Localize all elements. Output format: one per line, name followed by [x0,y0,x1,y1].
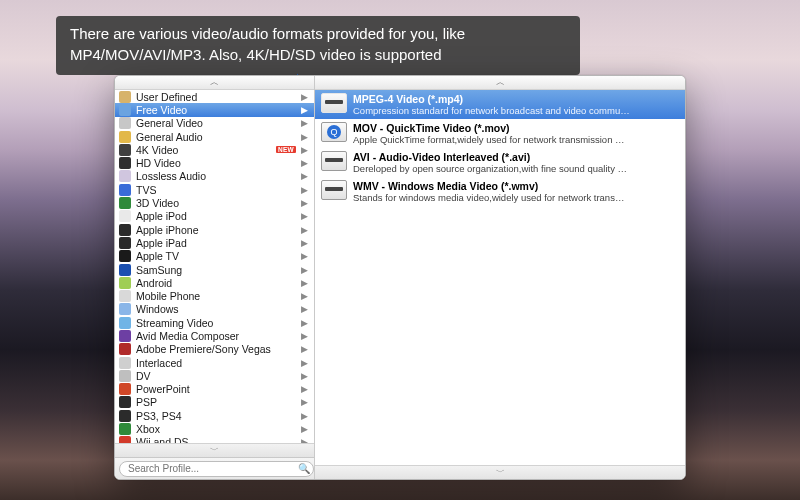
chevron-right-icon: ▶ [301,185,308,195]
category-label: Avid Media Composer [136,330,296,342]
category-item[interactable]: DV▶ [115,369,314,382]
category-item[interactable]: Wii and DS▶ [115,436,314,443]
format-title: MPEG-4 Video (*.mp4) [353,93,677,105]
chevron-right-icon: ▶ [301,318,308,328]
chevron-right-icon: ▶ [301,265,308,275]
category-label: Apple TV [136,250,296,262]
category-label: User Defined [136,91,296,103]
format-item[interactable]: MPEG-4 Video (*.mp4)Compression standard… [315,90,685,119]
format-item[interactable]: AVI - Audio-Video Interleaved (*.avi)Der… [315,148,685,177]
chevron-right-icon: ▶ [301,211,308,221]
chevron-right-icon: ▶ [301,424,308,434]
category-label: HD Video [136,157,296,169]
category-scroll-up-button[interactable]: ︿ [115,76,314,90]
category-item[interactable]: PSP▶ [115,396,314,409]
category-label: Apple iPod [136,210,296,222]
format-list[interactable]: MPEG-4 Video (*.mp4)Compression standard… [315,90,685,465]
category-list[interactable]: User Defined▶Free Video▶General Video▶Ge… [115,90,314,443]
format-desc: Compression standard for network broadca… [353,105,677,116]
category-item[interactable]: Xbox▶ [115,422,314,435]
format-thumb-icon [321,151,347,171]
category-item[interactable]: Adobe Premiere/Sony Vegas▶ [115,343,314,356]
category-icon [119,184,131,196]
chevron-right-icon: ▶ [301,344,308,354]
category-label: Apple iPad [136,237,296,249]
category-label: Streaming Video [136,317,296,329]
chevron-right-icon: ▶ [301,198,308,208]
category-item[interactable]: Free Video▶ [115,103,314,116]
format-thumb-icon [321,180,347,200]
category-item[interactable]: SamSung▶ [115,263,314,276]
format-thumb-icon [321,93,347,113]
category-icon [119,317,131,329]
category-icon [119,410,131,422]
category-icon [119,170,131,182]
category-item[interactable]: Apple iPad▶ [115,236,314,249]
category-item[interactable]: Android▶ [115,276,314,289]
format-item[interactable]: QMOV - QuickTime Video (*.mov)Apple Quic… [315,119,685,148]
category-item[interactable]: Apple iPod▶ [115,210,314,223]
chevron-right-icon: ▶ [301,251,308,261]
category-item[interactable]: PowerPoint▶ [115,383,314,396]
format-desc: Dereloped by open source organization,wi… [353,163,677,174]
category-item[interactable]: General Video▶ [115,117,314,130]
format-desc: Stands for windows media video,widely us… [353,192,677,203]
category-item[interactable]: PS3, PS4▶ [115,409,314,422]
category-icon [119,250,131,262]
format-texts: WMV - Windows Media Video (*.wmv)Stands … [353,180,677,203]
category-item[interactable]: User Defined▶ [115,90,314,103]
category-label: PowerPoint [136,383,296,395]
chevron-right-icon: ▶ [301,411,308,421]
category-label: Apple iPhone [136,224,296,236]
category-label: 3D Video [136,197,296,209]
category-icon [119,290,131,302]
category-item[interactable]: General Audio▶ [115,130,314,143]
format-texts: MOV - QuickTime Video (*.mov)Apple Quick… [353,122,677,145]
callout-line1: There are various video/audio formats pr… [70,25,465,42]
category-icon [119,224,131,236]
category-item[interactable]: Apple TV▶ [115,250,314,263]
category-icon [119,144,131,156]
category-item[interactable]: Windows▶ [115,303,314,316]
chevron-down-icon: ﹀ [210,444,219,457]
format-scroll-down-button[interactable]: ﹀ [315,465,685,479]
category-icon [119,210,131,222]
format-scroll-up-button[interactable]: ︿ [315,76,685,90]
search-bar: 🔍 [115,457,314,479]
category-item[interactable]: Streaming Video▶ [115,316,314,329]
chevron-right-icon: ▶ [301,358,308,368]
category-label: DV [136,370,296,382]
category-label: SamSung [136,264,296,276]
category-item[interactable]: 3D Video▶ [115,196,314,209]
chevron-right-icon: ▶ [301,118,308,128]
category-item[interactable]: Interlaced▶ [115,356,314,369]
category-label: Mobile Phone [136,290,296,302]
category-scroll-down-button[interactable]: ﹀ [115,443,314,457]
chevron-up-icon: ︿ [210,76,219,89]
chevron-right-icon: ▶ [301,371,308,381]
category-item[interactable]: Avid Media Composer▶ [115,329,314,342]
chevron-right-icon: ▶ [301,171,308,181]
chevron-right-icon: ▶ [301,397,308,407]
category-label: General Audio [136,131,296,143]
format-title: WMV - Windows Media Video (*.wmv) [353,180,677,192]
category-label: PSP [136,396,296,408]
category-item[interactable]: 4K VideoNEW▶ [115,143,314,156]
category-item[interactable]: Apple iPhone▶ [115,223,314,236]
format-texts: MPEG-4 Video (*.mp4)Compression standard… [353,93,677,116]
category-item[interactable]: HD Video▶ [115,156,314,169]
category-item[interactable]: Mobile Phone▶ [115,289,314,302]
category-label: TVS [136,184,296,196]
search-input[interactable] [119,461,314,477]
category-icon [119,91,131,103]
format-item[interactable]: WMV - Windows Media Video (*.wmv)Stands … [315,177,685,206]
format-title: AVI - Audio-Video Interleaved (*.avi) [353,151,677,163]
category-item[interactable]: TVS▶ [115,183,314,196]
category-icon [119,264,131,276]
columns: ︿ User Defined▶Free Video▶General Video▶… [115,76,685,479]
chevron-right-icon: ▶ [301,384,308,394]
category-icon [119,117,131,129]
chevron-right-icon: ▶ [301,158,308,168]
chevron-right-icon: ▶ [301,331,308,341]
category-item[interactable]: Lossless Audio▶ [115,170,314,183]
